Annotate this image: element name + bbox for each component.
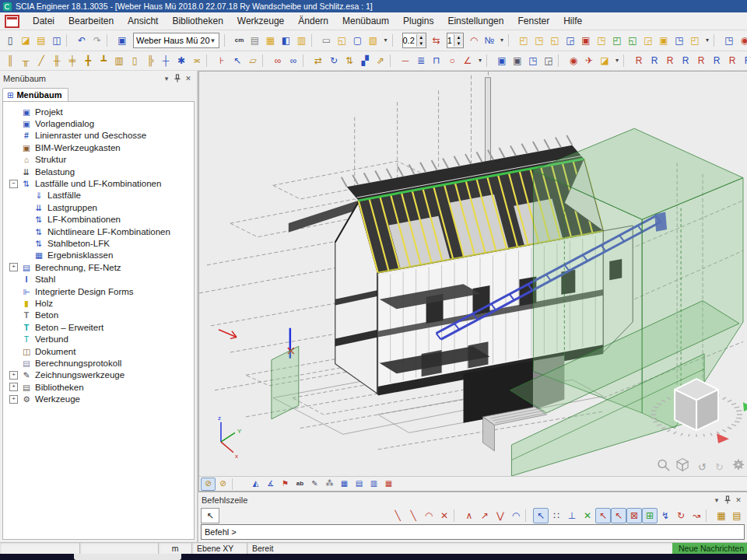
line-load-icon[interactable]: R [647,53,662,68]
tree-item-verbund[interactable]: T Verbund [3,333,194,345]
copy-link-b-icon[interactable]: ∞ [286,53,301,68]
flag-marks-icon[interactable]: ⚑ [278,478,293,491]
project-browser-icon[interactable]: ▣ [114,33,130,48]
tree-item-struktur[interactable]: ⌂ Struktur [3,154,194,166]
move-tool-icon[interactable]: ⇄ [310,53,326,68]
tab-menuebaum[interactable]: ⊞ Menübaum [2,88,68,101]
numbering-icon[interactable]: № [482,33,497,48]
viewport-canvas[interactable]: z Y x [199,72,747,476]
menu-ansicht[interactable]: Ansicht [121,14,165,28]
save-icon[interactable]: ◫ [49,33,65,48]
quick-render-icon[interactable]: ✈ [581,53,597,68]
tree-expander-icon[interactable]: + [9,383,18,391]
menu-plugins[interactable]: Plugins [396,14,440,28]
panel-close-icon[interactable]: ✕ [733,495,744,506]
import-view-icon[interactable]: ◲ [541,53,556,68]
clip-plane-icon[interactable]: ⊘ [216,478,230,491]
units-mm-cm-icon[interactable]: cm [232,33,247,48]
line-grid-icon[interactable]: ⊥ [564,508,580,523]
tree-expander-icon[interactable]: + [9,263,18,271]
factor-spinner[interactable]: 1 ▲▼ [447,33,464,48]
window-layout-icon-12[interactable]: ◰ [687,33,703,48]
spinner-up-icon[interactable]: ▲ [417,34,426,40]
status-unit[interactable]: m [159,543,192,554]
menu-bearbeiten[interactable]: Bearbeiten [61,14,121,28]
snap-off-icon[interactable]: ✕ [437,508,452,523]
surface-render-icon[interactable]: ✎ [307,478,322,491]
cursor-mode-button[interactable]: ↖ [201,508,219,523]
open-view-icon[interactable]: ◪ [597,53,612,68]
tree-item-vorlagendialog[interactable]: ▣ Vorlagendialog [3,117,194,129]
array-tool-icon[interactable]: ▞ [357,53,373,68]
tree-item-integrierte-design-forms[interactable]: ⊩ Integrierte Design Forms [3,285,194,297]
cursor-snap-icon[interactable]: ↖ [533,508,549,523]
spinner-down-icon[interactable]: ▼ [417,40,426,47]
clip-box-icon[interactable]: ⊘ [201,478,216,491]
draw-caret-icon[interactable]: ▾ [475,53,485,68]
snap-grid-icon[interactable]: ⊞ [642,508,658,523]
panel-pin-icon[interactable] [172,73,183,84]
tree-item-ergebnisklassen[interactable]: ▦ Ergebnisklassen [3,250,194,261]
tree-item-stahl[interactable]: I Stahl [3,273,194,285]
snap-line-icon[interactable]: ╲ [390,508,405,523]
snow-generator-icon[interactable]: ✱ [174,53,189,68]
print-preview-icon[interactable]: ◱ [335,33,350,48]
menu-aendern[interactable]: Ändern [291,14,335,28]
panel-collapse-icon[interactable]: ▾ [711,495,722,506]
section-table-icon[interactable]: ▥ [366,478,381,491]
tree-item-beton[interactable]: T Beton [3,310,194,321]
gallery-caret-icon[interactable]: ▾ [381,33,391,48]
tree-item-lastgruppen[interactable]: ⇊ Lastgruppen [3,201,194,213]
new-messages-button[interactable]: Neue Nachrichten [672,543,747,554]
tree-item-dokument[interactable]: ◫ Dokument [3,345,194,357]
calculator-icon[interactable]: ▦ [263,33,279,48]
spinner-down-icon[interactable]: ▼ [454,40,463,47]
paste-window-icon[interactable]: ▣ [510,53,525,68]
menu-datei[interactable]: Datei [26,14,61,28]
zoom-cube-icon[interactable]: ◳ [721,33,737,48]
ortho-mode-icon[interactable]: ▦ [714,508,729,523]
connect-members-icon[interactable]: ⊦ [214,53,230,68]
status-plane[interactable]: Ebene XY [192,543,247,554]
window-layout-icon-5[interactable]: ▣ [578,33,594,48]
window-layout-icon-10[interactable]: ▣ [656,33,672,48]
snap-parallel-icon[interactable]: ╲ [405,508,421,523]
frame-generator-icon[interactable]: ≍ [189,53,205,68]
open-project-icon[interactable]: ◪ [18,33,33,48]
wireframe-icon[interactable]: ⁂ [322,478,337,491]
menu-einstellungen[interactable]: Einstellungen [440,14,510,28]
snap-points-icon[interactable]: ✕ [580,508,595,523]
tree-expander-icon[interactable]: + [9,395,18,404]
panel-pin-icon[interactable] [722,495,733,506]
new-haunch-icon[interactable]: ╪ [65,53,80,68]
tree-expander-icon[interactable]: + [9,371,18,380]
snap-arc-icon[interactable]: ◠ [421,508,437,523]
command-input[interactable] [201,524,745,540]
tree-item-zeichnungswerkzeuge[interactable]: + ✎ Zeichnungswerkzeuge [3,369,194,381]
snap-rotate-icon[interactable]: ↻ [673,508,689,523]
draw-line-icon[interactable]: ─ [398,53,413,68]
dot-grid-icon[interactable]: ∷ [549,508,564,523]
document-icon[interactable]: ▢ [350,33,366,48]
temperature-load-icon[interactable]: R [693,53,709,68]
surface-load-icon[interactable]: R [662,53,678,68]
new-rib-icon[interactable]: ┻ [96,53,111,68]
new-file-icon[interactable]: ▯ [2,33,18,48]
window-layout-icon-4[interactable]: ◲ [563,33,578,48]
numbering-caret-icon[interactable]: ▾ [497,33,507,48]
tree-item-projekt[interactable]: ▣ Projekt [3,106,194,117]
draw-angle-icon[interactable]: ∠ [460,53,475,68]
tree-item-lastfaelle-lf-kombinationen[interactable]: − ⇅ Lastfälle und LF-Kombinationen [3,177,194,189]
menu-werkzeuge[interactable]: Werkzeuge [230,14,291,28]
stretch-tool-icon[interactable]: ⇗ [373,53,388,68]
tree-item-beton-erweitert[interactable]: T Beton – Erweitert [3,321,194,333]
snap-curve-icon[interactable]: ↝ [689,508,704,523]
mesh-grid-icon[interactable]: ▦ [381,478,396,491]
tree-item-berechnungsprotokoll[interactable]: ▤ Berechnungsprotokoll [3,357,194,369]
scale-loads-icon[interactable]: ⇆ [429,33,444,48]
picture-gallery-icon[interactable]: ▧ [366,33,381,48]
draw-rect-icon[interactable]: ⊓ [429,53,444,68]
window-layout-icon-7[interactable]: ◰ [609,33,625,48]
snap-ortho-icon[interactable]: ⊠ [626,508,642,523]
snap-endpoint-icon[interactable]: ∧ [461,508,477,523]
